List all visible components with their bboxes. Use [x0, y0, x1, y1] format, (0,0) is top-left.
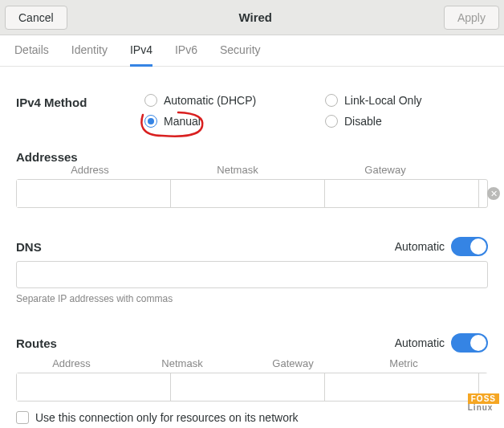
route-gateway-input[interactable]: [325, 373, 479, 401]
routes-auto-toggle[interactable]: [451, 333, 488, 353]
radio-icon: [144, 94, 157, 107]
only-resources-label: Use this connection only for resources o…: [35, 411, 299, 424]
dialog-title: Wired: [239, 10, 273, 24]
only-resources-checkbox[interactable]: [16, 411, 29, 424]
addresses-row: ✕: [16, 179, 488, 208]
routes-title: Routes: [16, 336, 57, 350]
delete-address-button[interactable]: ✕: [479, 180, 504, 207]
radio-label: Disable: [344, 115, 382, 128]
tab-bar: Details Identity IPv4 IPv6 Security: [0, 35, 504, 67]
routes-header: Routes Automatic: [16, 333, 488, 353]
radio-link-local-only[interactable]: Link-Local Only: [325, 94, 486, 107]
dialog-header: Cancel Wired Apply: [0, 0, 504, 35]
dns-auto-toggle[interactable]: [451, 237, 488, 256]
address-input[interactable]: [17, 180, 171, 207]
col-metric: Metric: [348, 357, 459, 369]
routes-auto-label: Automatic: [395, 336, 445, 349]
radio-icon: [325, 94, 338, 107]
tab-details[interactable]: Details: [14, 43, 49, 66]
col-netmask: Netmask: [164, 164, 311, 176]
route-address-input[interactable]: [17, 373, 171, 401]
dns-title: DNS: [16, 240, 42, 254]
radio-disable[interactable]: Disable: [325, 115, 486, 128]
radio-label: Link-Local Only: [344, 94, 422, 107]
col-netmask: Netmask: [127, 357, 238, 369]
watermark: FOSS Linux: [468, 394, 499, 412]
col-address: Address: [16, 357, 127, 369]
dns-auto-label: Automatic: [395, 240, 445, 253]
dns-input[interactable]: [16, 261, 488, 288]
dns-auto-group: Automatic: [395, 237, 488, 256]
radio-label: Manual: [164, 115, 201, 128]
ipv4-method-label: IPv4 Method: [16, 94, 144, 109]
radio-icon: [325, 115, 338, 128]
radio-manual[interactable]: Manual: [144, 115, 325, 128]
route-netmask-input[interactable]: [171, 373, 325, 401]
radio-automatic-dhcp[interactable]: Automatic (DHCP): [144, 94, 325, 107]
ipv4-method-options: Automatic (DHCP) Link-Local Only Manual …: [144, 94, 486, 128]
content-area: IPv4 Method Automatic (DHCP) Link-Local …: [0, 67, 504, 428]
addresses-title: Addresses: [16, 150, 488, 164]
ipv4-method-row: IPv4 Method Automatic (DHCP) Link-Local …: [16, 94, 488, 128]
watermark-bottom: Linux: [468, 403, 494, 412]
col-gateway: Gateway: [311, 164, 459, 176]
tab-identity[interactable]: Identity: [71, 43, 108, 66]
addresses-columns: Address Netmask Gateway: [16, 164, 488, 176]
only-resources-row: Use this connection only for resources o…: [16, 411, 488, 424]
tab-ipv6[interactable]: IPv6: [175, 43, 197, 66]
gateway-input[interactable]: [325, 180, 479, 207]
radio-label: Automatic (DHCP): [164, 94, 256, 107]
apply-button[interactable]: Apply: [444, 6, 499, 30]
col-gateway: Gateway: [238, 357, 348, 369]
cancel-button[interactable]: Cancel: [5, 6, 67, 30]
col-address: Address: [16, 164, 164, 176]
routes-auto-group: Automatic: [395, 333, 488, 353]
dns-header: DNS Automatic: [16, 237, 488, 256]
routes-columns: Address Netmask Gateway Metric: [16, 357, 488, 369]
routes-row: ✕: [16, 373, 488, 402]
radio-icon: [144, 115, 157, 128]
dns-hint: Separate IP addresses with commas: [16, 293, 488, 304]
netmask-input[interactable]: [171, 180, 325, 207]
close-icon: ✕: [487, 187, 500, 200]
tab-security[interactable]: Security: [220, 43, 261, 66]
tab-ipv4[interactable]: IPv4: [130, 43, 152, 67]
